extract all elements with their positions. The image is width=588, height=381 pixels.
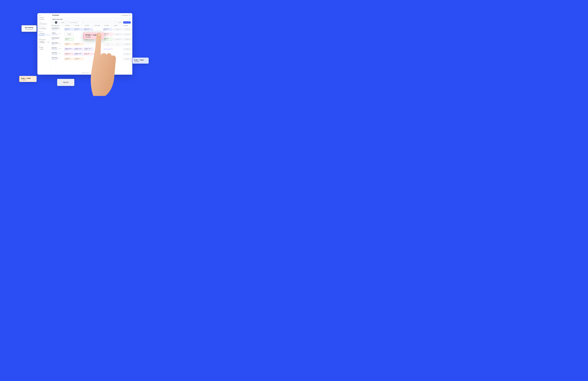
prev-button[interactable] xyxy=(52,21,54,23)
day-cell[interactable]: Day Off xyxy=(113,42,123,47)
shift-card[interactable]: 8 am — 5 pmLocation xyxy=(104,28,113,31)
view-mode-select[interactable]: Weekly xyxy=(61,21,65,23)
day-cell[interactable]: Day Off xyxy=(113,37,123,42)
dayoff-card[interactable]: Day Off xyxy=(113,28,122,31)
day-cell[interactable]: Day Off xyxy=(113,27,123,32)
day-cell[interactable]: Day Off xyxy=(113,32,123,37)
sidebar-item-payment-processing[interactable]: Payment ProcessingBeta xyxy=(39,41,49,43)
shift-card[interactable]: 8 am — 5 pmLocation xyxy=(84,28,93,31)
sidebar-item-view-employees[interactable]: View Employees xyxy=(39,23,49,25)
filter-button[interactable] xyxy=(82,21,84,23)
day-cell[interactable]: Day Off xyxy=(123,47,132,52)
shift-card[interactable]: 12:30 pm — 12 amLocation xyxy=(74,48,83,50)
user-menu[interactable]: ? Avadh Dwivedi xyxy=(120,14,131,16)
shift-card[interactable]: 7 am — 3 pmLocation xyxy=(74,58,83,60)
day-cell[interactable]: 8 am — 5 pmLocation xyxy=(84,27,93,32)
dayoff-card[interactable]: Day Off xyxy=(123,38,132,40)
search-box[interactable] xyxy=(69,21,82,23)
help-icon[interactable]: ? xyxy=(120,14,121,16)
day-cell[interactable]: 10 am — 2 pmLocation xyxy=(84,52,93,57)
day-cell[interactable] xyxy=(93,27,103,32)
employee-cell[interactable]: Yaseen Anwar Position Title · 11223341 4… xyxy=(51,57,64,61)
shift-card[interactable]: 12:30 pm — 12 amLocation xyxy=(65,48,74,50)
employee-cell[interactable]: Luai Ali Alamoudi Graphic Designer · 112… xyxy=(51,27,64,32)
day-cell[interactable]: 10 am — 2 pmLocation xyxy=(64,52,74,57)
sidebar-item-overview[interactable]: Overview xyxy=(39,17,49,18)
day-cell[interactable]: 12:30 pm — 12 amLocation xyxy=(84,47,93,52)
shift-card[interactable]: 10 am — 2 pmLocation xyxy=(84,53,93,55)
next-button[interactable] xyxy=(58,21,60,23)
search-input[interactable] xyxy=(71,22,81,23)
employee-cell[interactable]: Waleed Adel Backend Developer · 11223346… xyxy=(51,47,64,52)
float-not-working-card[interactable]: Not working Annual leave xyxy=(21,25,37,32)
day-cell[interactable]: 12:30 xyxy=(93,52,103,57)
day-cell[interactable]: 12:30 pm — 12 amLocation xyxy=(74,47,84,52)
day-cell[interactable]: Day Off xyxy=(123,57,132,61)
shift-card[interactable]: 12:30 pm — 12 amLocation xyxy=(74,53,83,55)
day-cell[interactable]: 6 pm — 2 amLocation xyxy=(103,37,113,42)
sidebar-item-attendance[interactable]: Attendance xyxy=(39,32,49,34)
dayoff-card[interactable]: Day Off xyxy=(123,53,132,55)
publish-button[interactable]: Publish & Notify xyxy=(123,21,131,23)
shift-card[interactable]: 6 pm — 2 amLocation xyxy=(65,38,74,40)
day-cell[interactable] xyxy=(113,57,123,61)
employee-cell[interactable]: Mohsen Hassan Frontend Developer · 11223… xyxy=(51,42,64,47)
day-cell[interactable]: 7 am — 3 pmLocation xyxy=(74,42,84,47)
day-cell[interactable]: 8 am — 5 pmLocation xyxy=(103,27,113,32)
shift-card[interactable]: 7 am — 3 pmLocation xyxy=(65,58,74,60)
dayoff-card[interactable]: Day Off xyxy=(113,43,122,46)
day-cell[interactable]: 6 pm — 2 amLocation xyxy=(64,37,74,42)
day-cell[interactable] xyxy=(113,52,123,57)
shift-card[interactable]: 8 am — 5 pmLocation xyxy=(74,28,83,31)
expand-button[interactable] xyxy=(128,18,131,20)
sidebar-item-leave-balance[interactable]: Leave Balance xyxy=(39,28,49,29)
shift-card[interactable]: 10 am — 2 pmLocation xyxy=(104,33,113,36)
day-cell[interactable]: Day Off xyxy=(103,42,113,47)
day-cell[interactable]: 8 am — 5 pmLocation xyxy=(74,27,84,32)
float-orange-shift[interactable]: 8 am — 5 pm Location xyxy=(19,76,37,82)
dayoff-card[interactable]: Day Off xyxy=(113,33,122,36)
notworking-card[interactable]: Not workingAnnual leave xyxy=(65,33,74,36)
day-cell[interactable]: Day Off xyxy=(123,37,132,42)
shift-card[interactable]: 7 am — 3 pmLocation xyxy=(65,43,74,45)
sidebar-item-requests[interactable]: Requests xyxy=(39,18,49,20)
day-cell[interactable] xyxy=(113,47,123,52)
dayoff-card[interactable]: Day Off xyxy=(104,43,113,46)
add-shift-button[interactable]: + Add Shift xyxy=(117,21,123,23)
day-cell[interactable]: 8 am — 5 pmLocation xyxy=(64,27,74,32)
sidebar-item-scheduler[interactable]: Scheduler xyxy=(37,34,50,36)
day-cell[interactable]: 7 am — 3 pmLocation xyxy=(74,57,84,61)
day-cell[interactable]: 7 am — 3 pmLocation xyxy=(64,42,74,47)
close-icon[interactable]: × xyxy=(52,25,53,26)
dayoff-card[interactable]: Day Off xyxy=(123,43,132,45)
shift-card[interactable]: 12:30 pm — 12 amLocation xyxy=(84,48,93,50)
dayoff-card[interactable]: Day Off xyxy=(123,58,132,60)
day-cell[interactable] xyxy=(84,57,93,61)
float-dragging-shift[interactable]: 10 am — 2 pm Location xyxy=(84,32,104,39)
shift-card[interactable]: 6 pm — 2 amLocation xyxy=(104,38,113,40)
day-cell[interactable] xyxy=(103,57,113,61)
day-cell[interactable] xyxy=(84,42,93,47)
shift-card[interactable]: 12:30 xyxy=(94,53,103,55)
avatar[interactable] xyxy=(129,14,131,16)
dayoff-card[interactable]: Day Off xyxy=(123,48,132,50)
day-cell[interactable]: Day Off xyxy=(123,52,132,57)
employee-cell[interactable]: Ali Salem Product Manager · 11223345 45 … xyxy=(51,32,64,37)
more-button[interactable]: ··· xyxy=(114,21,116,23)
day-cell[interactable] xyxy=(93,42,103,47)
day-cell[interactable] xyxy=(74,37,84,42)
shift-card[interactable]: 7 am — 3 pmLocation xyxy=(74,43,83,45)
sidebar-item-reports[interactable]: Reports xyxy=(39,46,49,48)
day-cell[interactable]: 10 am — 2 pmLocation xyxy=(103,32,113,37)
dayoff-card[interactable]: Day Off xyxy=(123,28,132,31)
float-dayoff-card[interactable]: Day Off xyxy=(57,79,74,86)
day-cell[interactable]: Day Off xyxy=(123,42,132,47)
day-cell[interactable]: 7 am — 3 pmLocation xyxy=(64,57,74,61)
day-cell[interactable]: Day Off xyxy=(123,27,132,32)
day-cell[interactable]: 12:30 pm — 12 amLocation xyxy=(74,52,84,57)
day-cell[interactable]: Not workingAnnual leave xyxy=(64,32,74,37)
employee-cell[interactable]: Khaled Mohammed Accountant · 11223347 40… xyxy=(51,37,64,42)
day-cell[interactable]: Day Off xyxy=(123,32,132,37)
day-cell[interactable] xyxy=(93,57,103,61)
day-cell[interactable]: 12:30 pm — 12 amLocation xyxy=(64,47,74,52)
